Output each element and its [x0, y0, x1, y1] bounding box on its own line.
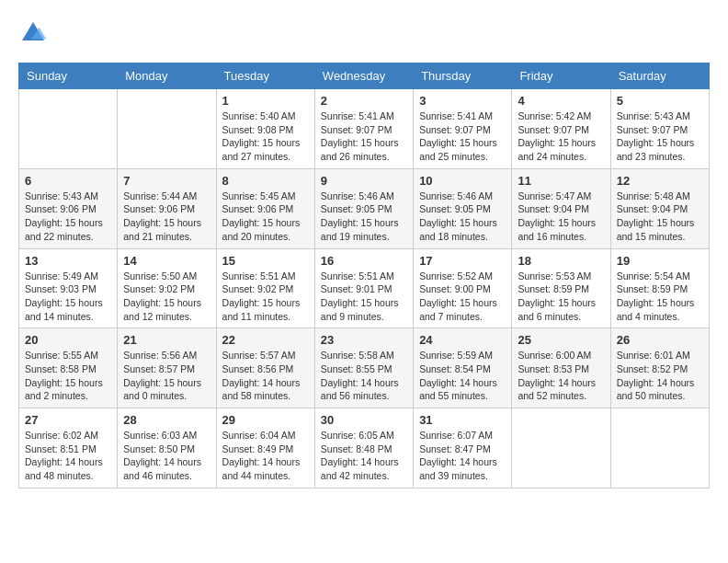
day-info: Sunrise: 5:56 AM Sunset: 8:57 PM Dayligh…: [123, 349, 210, 403]
day-number: 22: [222, 333, 309, 347]
calendar-cell: 25Sunrise: 6:00 AM Sunset: 8:53 PM Dayli…: [512, 328, 610, 408]
day-info: Sunrise: 5:46 AM Sunset: 9:05 PM Dayligh…: [419, 190, 506, 244]
day-number: 28: [123, 413, 210, 427]
calendar-week-row: 1Sunrise: 5:40 AM Sunset: 9:08 PM Daylig…: [19, 89, 710, 169]
day-info: Sunrise: 6:01 AM Sunset: 8:52 PM Dayligh…: [617, 349, 703, 403]
calendar-cell: 31Sunrise: 6:07 AM Sunset: 8:47 PM Dayli…: [414, 408, 512, 488]
column-header-monday: Monday: [118, 63, 216, 89]
calendar-cell: 4Sunrise: 5:42 AM Sunset: 9:07 PM Daylig…: [512, 89, 610, 169]
calendar-cell: 8Sunrise: 5:45 AM Sunset: 9:06 PM Daylig…: [216, 168, 314, 248]
day-info: Sunrise: 5:53 AM Sunset: 8:59 PM Dayligh…: [518, 270, 604, 324]
day-info: Sunrise: 5:59 AM Sunset: 8:54 PM Dayligh…: [419, 349, 506, 403]
day-number: 24: [419, 333, 506, 347]
calendar-cell: 1Sunrise: 5:40 AM Sunset: 9:08 PM Daylig…: [216, 89, 314, 169]
day-number: 2: [321, 94, 407, 108]
day-number: 14: [123, 254, 210, 268]
calendar-cell: 11Sunrise: 5:47 AM Sunset: 9:04 PM Dayli…: [512, 168, 610, 248]
calendar-cell: 3Sunrise: 5:41 AM Sunset: 9:07 PM Daylig…: [414, 89, 512, 169]
calendar-header-row: SundayMondayTuesdayWednesdayThursdayFrid…: [19, 63, 710, 89]
calendar-cell: 19Sunrise: 5:54 AM Sunset: 8:59 PM Dayli…: [610, 248, 709, 328]
day-number: 19: [617, 254, 703, 268]
column-header-wednesday: Wednesday: [314, 63, 413, 89]
column-header-tuesday: Tuesday: [216, 63, 314, 89]
day-number: 3: [419, 94, 506, 108]
day-number: 10: [419, 174, 506, 188]
day-info: Sunrise: 5:43 AM Sunset: 9:06 PM Dayligh…: [25, 190, 111, 244]
day-info: Sunrise: 5:41 AM Sunset: 9:07 PM Dayligh…: [419, 109, 506, 164]
day-number: 15: [222, 254, 309, 268]
column-header-sunday: Sunday: [19, 63, 118, 89]
calendar-cell: 17Sunrise: 5:52 AM Sunset: 9:00 PM Dayli…: [414, 248, 512, 328]
day-info: Sunrise: 5:57 AM Sunset: 8:56 PM Dayligh…: [222, 349, 309, 403]
calendar-cell: 10Sunrise: 5:46 AM Sunset: 9:05 PM Dayli…: [414, 168, 512, 248]
day-info: Sunrise: 5:46 AM Sunset: 9:05 PM Dayligh…: [321, 190, 407, 244]
calendar-table: SundayMondayTuesdayWednesdayThursdayFrid…: [18, 63, 710, 488]
calendar-cell: 6Sunrise: 5:43 AM Sunset: 9:06 PM Daylig…: [19, 168, 118, 248]
day-number: 29: [222, 413, 309, 427]
day-info: Sunrise: 5:54 AM Sunset: 8:59 PM Dayligh…: [617, 270, 703, 324]
page-header: [18, 18, 710, 48]
calendar-cell: [118, 89, 216, 169]
day-number: 7: [123, 174, 210, 188]
day-number: 12: [617, 174, 703, 188]
day-number: 9: [321, 174, 407, 188]
calendar-cell: 13Sunrise: 5:49 AM Sunset: 9:03 PM Dayli…: [19, 248, 118, 328]
day-info: Sunrise: 5:51 AM Sunset: 9:02 PM Dayligh…: [222, 270, 309, 324]
day-info: Sunrise: 6:04 AM Sunset: 8:49 PM Dayligh…: [222, 429, 309, 483]
column-header-saturday: Saturday: [610, 63, 709, 89]
calendar-week-row: 13Sunrise: 5:49 AM Sunset: 9:03 PM Dayli…: [19, 248, 710, 328]
calendar-cell: [610, 408, 709, 488]
day-info: Sunrise: 5:40 AM Sunset: 9:08 PM Dayligh…: [222, 109, 309, 164]
day-info: Sunrise: 6:02 AM Sunset: 8:51 PM Dayligh…: [25, 429, 111, 483]
calendar-cell: 9Sunrise: 5:46 AM Sunset: 9:05 PM Daylig…: [314, 168, 413, 248]
day-info: Sunrise: 6:00 AM Sunset: 8:53 PM Dayligh…: [518, 349, 604, 403]
logo: [18, 18, 51, 48]
day-info: Sunrise: 5:45 AM Sunset: 9:06 PM Dayligh…: [222, 190, 309, 244]
calendar-cell: 27Sunrise: 6:02 AM Sunset: 8:51 PM Dayli…: [19, 408, 118, 488]
day-info: Sunrise: 6:03 AM Sunset: 8:50 PM Dayligh…: [123, 429, 210, 483]
day-number: 30: [321, 413, 407, 427]
day-info: Sunrise: 5:50 AM Sunset: 9:02 PM Dayligh…: [123, 270, 210, 324]
calendar-cell: 5Sunrise: 5:43 AM Sunset: 9:07 PM Daylig…: [610, 89, 709, 169]
calendar-week-row: 27Sunrise: 6:02 AM Sunset: 8:51 PM Dayli…: [19, 408, 710, 488]
day-number: 23: [321, 333, 407, 347]
calendar-cell: 12Sunrise: 5:48 AM Sunset: 9:04 PM Dayli…: [610, 168, 709, 248]
day-number: 4: [518, 94, 604, 108]
calendar-cell: 7Sunrise: 5:44 AM Sunset: 9:06 PM Daylig…: [118, 168, 216, 248]
calendar-cell: 16Sunrise: 5:51 AM Sunset: 9:01 PM Dayli…: [314, 248, 413, 328]
day-info: Sunrise: 5:48 AM Sunset: 9:04 PM Dayligh…: [617, 190, 703, 244]
day-info: Sunrise: 6:07 AM Sunset: 8:47 PM Dayligh…: [419, 429, 506, 483]
calendar-cell: 24Sunrise: 5:59 AM Sunset: 8:54 PM Dayli…: [414, 328, 512, 408]
calendar-cell: 21Sunrise: 5:56 AM Sunset: 8:57 PM Dayli…: [118, 328, 216, 408]
day-info: Sunrise: 5:52 AM Sunset: 9:00 PM Dayligh…: [419, 270, 506, 324]
day-info: Sunrise: 5:43 AM Sunset: 9:07 PM Dayligh…: [617, 109, 703, 164]
day-number: 27: [25, 413, 111, 427]
calendar-cell: 28Sunrise: 6:03 AM Sunset: 8:50 PM Dayli…: [118, 408, 216, 488]
day-number: 6: [25, 174, 111, 188]
day-number: 17: [419, 254, 506, 268]
day-number: 1: [222, 94, 309, 108]
column-header-thursday: Thursday: [414, 63, 512, 89]
calendar-cell: 30Sunrise: 6:05 AM Sunset: 8:48 PM Dayli…: [314, 408, 413, 488]
calendar-cell: 22Sunrise: 5:57 AM Sunset: 8:56 PM Dayli…: [216, 328, 314, 408]
calendar-cell: 14Sunrise: 5:50 AM Sunset: 9:02 PM Dayli…: [118, 248, 216, 328]
day-info: Sunrise: 5:51 AM Sunset: 9:01 PM Dayligh…: [321, 270, 407, 324]
calendar-week-row: 20Sunrise: 5:55 AM Sunset: 8:58 PM Dayli…: [19, 328, 710, 408]
day-number: 26: [617, 333, 703, 347]
calendar-week-row: 6Sunrise: 5:43 AM Sunset: 9:06 PM Daylig…: [19, 168, 710, 248]
day-number: 16: [321, 254, 407, 268]
day-number: 5: [617, 94, 703, 108]
day-number: 11: [518, 174, 604, 188]
day-number: 18: [518, 254, 604, 268]
day-info: Sunrise: 5:49 AM Sunset: 9:03 PM Dayligh…: [25, 270, 111, 324]
day-info: Sunrise: 5:47 AM Sunset: 9:04 PM Dayligh…: [518, 190, 604, 244]
day-info: Sunrise: 5:42 AM Sunset: 9:07 PM Dayligh…: [518, 109, 604, 164]
day-info: Sunrise: 6:05 AM Sunset: 8:48 PM Dayligh…: [321, 429, 407, 483]
calendar-cell: 2Sunrise: 5:41 AM Sunset: 9:07 PM Daylig…: [314, 89, 413, 169]
logo-icon: [18, 18, 48, 48]
day-number: 21: [123, 333, 210, 347]
day-number: 25: [518, 333, 604, 347]
column-header-friday: Friday: [512, 63, 610, 89]
day-number: 13: [25, 254, 111, 268]
calendar-cell: [512, 408, 610, 488]
